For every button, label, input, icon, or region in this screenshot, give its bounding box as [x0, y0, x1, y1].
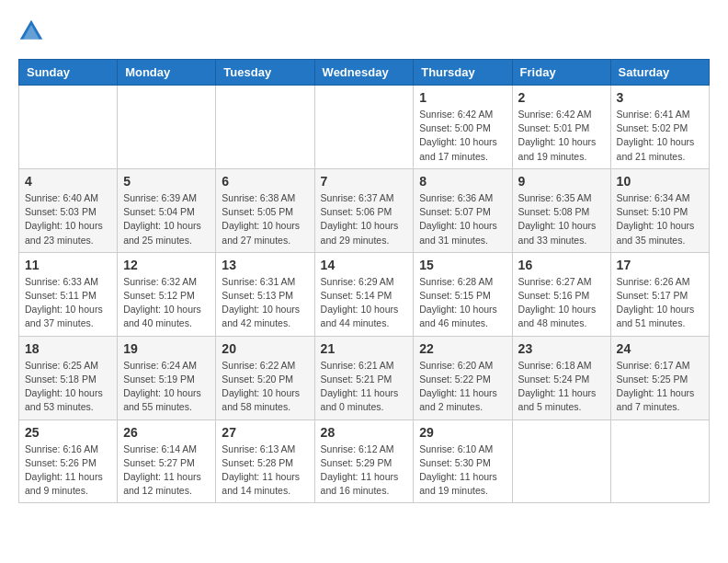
day-info: Sunrise: 6:14 AM Sunset: 5:27 PM Dayligh…	[123, 442, 210, 499]
day-info: Sunrise: 6:39 AM Sunset: 5:04 PM Dayligh…	[123, 191, 210, 247]
day-number: 11	[25, 258, 111, 272]
day-info: Sunrise: 6:17 AM Sunset: 5:25 PM Dayligh…	[617, 359, 703, 415]
calendar-cell: 10Sunrise: 6:34 AM Sunset: 5:10 PM Dayli…	[610, 168, 709, 252]
day-number: 29	[419, 425, 506, 440]
day-info: Sunrise: 6:31 AM Sunset: 5:13 PM Dayligh…	[222, 275, 308, 331]
logo-icon	[18, 18, 44, 44]
calendar-cell: 6Sunrise: 6:38 AM Sunset: 5:05 PM Daylig…	[216, 168, 314, 252]
calendar-cell: 14Sunrise: 6:29 AM Sunset: 5:14 PM Dayli…	[314, 252, 414, 336]
calendar-cell: 1Sunrise: 6:42 AM Sunset: 5:00 PM Daylig…	[414, 86, 512, 169]
calendar-cell	[216, 86, 314, 169]
day-info: Sunrise: 6:12 AM Sunset: 5:29 PM Dayligh…	[321, 442, 408, 499]
calendar-cell: 7Sunrise: 6:37 AM Sunset: 5:06 PM Daylig…	[314, 168, 414, 252]
calendar-table: SundayMondayTuesdayWednesdayThursdayFrid…	[18, 59, 710, 503]
day-number: 5	[123, 174, 210, 189]
calendar-cell: 12Sunrise: 6:32 AM Sunset: 5:12 PM Dayli…	[118, 252, 216, 336]
day-number: 12	[123, 258, 210, 272]
calendar-cell	[314, 86, 414, 169]
day-info: Sunrise: 6:37 AM Sunset: 5:06 PM Dayligh…	[321, 191, 408, 247]
day-header-tuesday: Tuesday	[216, 60, 314, 86]
calendar-cell	[118, 86, 216, 169]
calendar-cell: 17Sunrise: 6:26 AM Sunset: 5:17 PM Dayli…	[610, 252, 709, 336]
calendar-cell: 22Sunrise: 6:20 AM Sunset: 5:22 PM Dayli…	[414, 336, 512, 419]
day-number: 21	[321, 341, 408, 356]
day-number: 7	[321, 174, 408, 189]
page-header	[18, 18, 710, 44]
calendar-cell: 23Sunrise: 6:18 AM Sunset: 5:24 PM Dayli…	[512, 336, 610, 419]
day-number: 20	[222, 341, 308, 356]
day-info: Sunrise: 6:32 AM Sunset: 5:12 PM Dayligh…	[123, 275, 210, 331]
day-info: Sunrise: 6:42 AM Sunset: 5:01 PM Dayligh…	[518, 108, 605, 164]
day-number: 3	[617, 90, 703, 105]
day-number: 4	[25, 174, 111, 189]
calendar-cell: 26Sunrise: 6:14 AM Sunset: 5:27 PM Dayli…	[118, 419, 216, 503]
day-info: Sunrise: 6:35 AM Sunset: 5:08 PM Dayligh…	[518, 191, 605, 247]
logo	[18, 18, 48, 44]
calendar-cell: 5Sunrise: 6:39 AM Sunset: 5:04 PM Daylig…	[118, 168, 216, 252]
day-info: Sunrise: 6:13 AM Sunset: 5:28 PM Dayligh…	[222, 442, 308, 499]
day-info: Sunrise: 6:26 AM Sunset: 5:17 PM Dayligh…	[617, 275, 703, 331]
day-info: Sunrise: 6:34 AM Sunset: 5:10 PM Dayligh…	[617, 191, 703, 247]
calendar-cell: 11Sunrise: 6:33 AM Sunset: 5:11 PM Dayli…	[19, 252, 118, 336]
day-number: 17	[617, 258, 703, 272]
day-number: 27	[222, 425, 308, 440]
calendar-cell	[19, 86, 118, 169]
day-number: 26	[123, 425, 210, 440]
calendar-cell: 19Sunrise: 6:24 AM Sunset: 5:19 PM Dayli…	[118, 336, 216, 419]
day-number: 15	[419, 258, 506, 272]
calendar-cell: 18Sunrise: 6:25 AM Sunset: 5:18 PM Dayli…	[19, 336, 118, 419]
calendar-week-row: 4Sunrise: 6:40 AM Sunset: 5:03 PM Daylig…	[19, 168, 710, 252]
day-info: Sunrise: 6:41 AM Sunset: 5:02 PM Dayligh…	[617, 108, 703, 164]
calendar-cell	[512, 419, 610, 503]
day-info: Sunrise: 6:28 AM Sunset: 5:15 PM Dayligh…	[419, 275, 506, 331]
day-number: 2	[518, 90, 605, 105]
calendar-cell: 29Sunrise: 6:10 AM Sunset: 5:30 PM Dayli…	[414, 419, 512, 503]
day-info: Sunrise: 6:38 AM Sunset: 5:05 PM Dayligh…	[222, 191, 308, 247]
day-number: 25	[25, 425, 111, 440]
day-info: Sunrise: 6:36 AM Sunset: 5:07 PM Dayligh…	[419, 191, 506, 247]
calendar-cell: 21Sunrise: 6:21 AM Sunset: 5:21 PM Dayli…	[314, 336, 414, 419]
calendar-cell: 24Sunrise: 6:17 AM Sunset: 5:25 PM Dayli…	[610, 336, 709, 419]
calendar-header-row: SundayMondayTuesdayWednesdayThursdayFrid…	[19, 60, 710, 86]
day-number: 18	[25, 341, 111, 356]
calendar-cell: 3Sunrise: 6:41 AM Sunset: 5:02 PM Daylig…	[610, 86, 709, 169]
calendar-cell	[610, 419, 709, 503]
calendar-cell: 2Sunrise: 6:42 AM Sunset: 5:01 PM Daylig…	[512, 86, 610, 169]
day-info: Sunrise: 6:33 AM Sunset: 5:11 PM Dayligh…	[25, 275, 111, 331]
day-number: 8	[419, 174, 506, 189]
day-number: 16	[518, 258, 605, 272]
calendar-week-row: 1Sunrise: 6:42 AM Sunset: 5:00 PM Daylig…	[19, 86, 710, 169]
day-number: 6	[222, 174, 308, 189]
day-header-wednesday: Wednesday	[314, 60, 414, 86]
day-info: Sunrise: 6:42 AM Sunset: 5:00 PM Dayligh…	[419, 108, 506, 164]
calendar-cell: 15Sunrise: 6:28 AM Sunset: 5:15 PM Dayli…	[414, 252, 512, 336]
day-number: 13	[222, 258, 308, 272]
day-info: Sunrise: 6:29 AM Sunset: 5:14 PM Dayligh…	[321, 275, 408, 331]
day-info: Sunrise: 6:22 AM Sunset: 5:20 PM Dayligh…	[222, 359, 308, 415]
day-number: 23	[518, 341, 605, 356]
day-number: 14	[321, 258, 408, 272]
calendar-cell: 25Sunrise: 6:16 AM Sunset: 5:26 PM Dayli…	[19, 419, 118, 503]
day-header-thursday: Thursday	[414, 60, 512, 86]
day-number: 1	[419, 90, 506, 105]
day-info: Sunrise: 6:25 AM Sunset: 5:18 PM Dayligh…	[25, 359, 111, 415]
day-number: 28	[321, 425, 408, 440]
day-info: Sunrise: 6:16 AM Sunset: 5:26 PM Dayligh…	[25, 442, 111, 499]
day-header-sunday: Sunday	[19, 60, 118, 86]
calendar-cell: 9Sunrise: 6:35 AM Sunset: 5:08 PM Daylig…	[512, 168, 610, 252]
day-header-monday: Monday	[118, 60, 216, 86]
day-header-saturday: Saturday	[610, 60, 709, 86]
calendar-cell: 13Sunrise: 6:31 AM Sunset: 5:13 PM Dayli…	[216, 252, 314, 336]
day-header-friday: Friday	[512, 60, 610, 86]
day-info: Sunrise: 6:18 AM Sunset: 5:24 PM Dayligh…	[518, 359, 605, 415]
day-number: 19	[123, 341, 210, 356]
day-info: Sunrise: 6:24 AM Sunset: 5:19 PM Dayligh…	[123, 359, 210, 415]
calendar-cell: 28Sunrise: 6:12 AM Sunset: 5:29 PM Dayli…	[314, 419, 414, 503]
day-info: Sunrise: 6:20 AM Sunset: 5:22 PM Dayligh…	[419, 359, 506, 415]
day-info: Sunrise: 6:40 AM Sunset: 5:03 PM Dayligh…	[25, 191, 111, 247]
day-number: 10	[617, 174, 703, 189]
day-info: Sunrise: 6:10 AM Sunset: 5:30 PM Dayligh…	[419, 442, 506, 499]
day-info: Sunrise: 6:21 AM Sunset: 5:21 PM Dayligh…	[321, 359, 408, 415]
calendar-cell: 4Sunrise: 6:40 AM Sunset: 5:03 PM Daylig…	[19, 168, 118, 252]
calendar-cell: 8Sunrise: 6:36 AM Sunset: 5:07 PM Daylig…	[414, 168, 512, 252]
